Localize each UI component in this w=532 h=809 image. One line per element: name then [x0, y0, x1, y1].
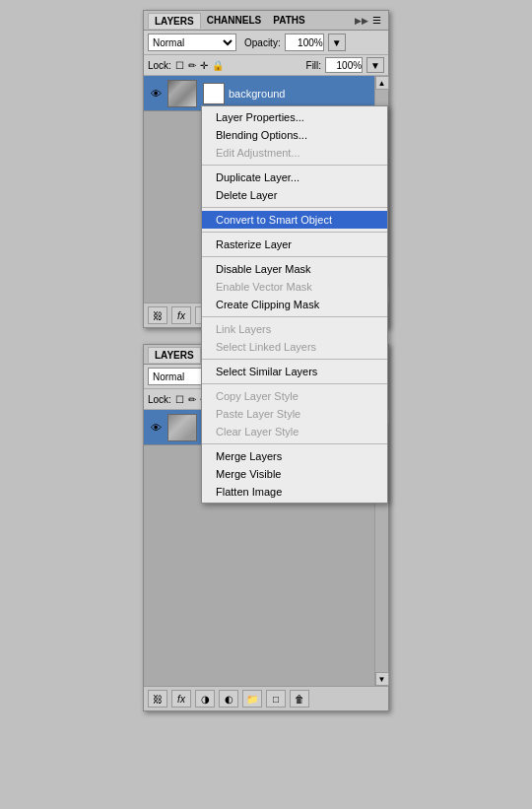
link-layers-btn-b[interactable]: ⛓	[148, 690, 167, 708]
opacity-label-top: Opacity:	[244, 37, 281, 48]
menu-separator	[202, 232, 387, 233]
menu-item-clear-style: Clear Layer Style	[202, 423, 387, 440]
menu-item-copy-style: Copy Layer Style	[202, 387, 387, 405]
fx-btn-b[interactable]: fx	[171, 690, 191, 708]
menu-item-flatten-image[interactable]: Flatten Image	[202, 483, 387, 501]
menu-item-merge-layers[interactable]: Merge Layers	[202, 447, 387, 465]
layer-thumbnail-b	[167, 414, 197, 441]
menu-separator	[202, 207, 387, 208]
new-layer-btn-b[interactable]: □	[266, 690, 286, 708]
visibility-icon[interactable]: 👁	[148, 86, 164, 101]
scroll-up-btn-top[interactable]: ▲	[375, 76, 389, 90]
lock-row-top: Lock: ☐ ✏ ✛ 🔒 Fill: ▼	[144, 55, 388, 76]
panel-arrows-top: ▶▶	[355, 16, 368, 26]
panel-tabs-top: LAYERS CHANNELS PATHS ▶▶ ☰	[144, 11, 388, 31]
menu-item-paste-style: Paste Layer Style	[202, 405, 387, 423]
menu-item-convert-smart[interactable]: Convert to Smart Object	[202, 211, 387, 229]
lock-move-icon[interactable]: ✛	[200, 60, 208, 71]
link-layers-btn[interactable]: ⛓	[148, 306, 167, 324]
tab-layers-top[interactable]: LAYERS	[148, 13, 201, 29]
menu-item-delete-layer[interactable]: Delete Layer	[202, 186, 387, 204]
lock-text-bottom: Lock:	[148, 394, 171, 405]
visibility-icon-b[interactable]: 👁	[148, 420, 164, 436]
lock-transparency-icon-b[interactable]: ☐	[175, 394, 184, 405]
fx-btn[interactable]: fx	[171, 306, 191, 324]
menu-item-merge-visible[interactable]: Merge Visible	[202, 465, 387, 483]
fill-arrow-top[interactable]: ▼	[366, 57, 384, 73]
menu-separator	[202, 256, 387, 257]
menu-item-select-similar[interactable]: Select Similar Layers	[202, 363, 387, 380]
group-btn-b[interactable]: 📁	[242, 690, 262, 708]
menu-item-enable-vector: Enable Vector Mask	[202, 278, 387, 296]
fill-input-top[interactable]	[325, 57, 363, 73]
tab-paths-top[interactable]: PATHS	[267, 13, 310, 28]
menu-separator	[202, 316, 387, 317]
layer-list-top: 👁 background Layer Properties...Blending…	[144, 76, 388, 303]
lock-text-top: Lock:	[148, 60, 171, 71]
adjustment-btn-b[interactable]: ◐	[219, 690, 238, 708]
opacity-input-top[interactable]	[285, 34, 324, 51]
menu-separator	[202, 165, 387, 166]
context-menu: Layer Properties...Blending Options...Ed…	[201, 105, 388, 504]
lock-all-icon[interactable]: 🔒	[212, 60, 224, 71]
blend-row-top: Normal Opacity: ▼	[144, 31, 388, 55]
menu-item-select-linked: Select Linked Layers	[202, 338, 387, 356]
menu-separator	[202, 443, 387, 444]
mask-btn-b[interactable]: ◑	[195, 690, 215, 708]
layer-thumbnail	[167, 80, 197, 107]
menu-item-layer-properties[interactable]: Layer Properties...	[202, 108, 387, 126]
lock-paint-icon-b[interactable]: ✏	[188, 394, 196, 405]
menu-separator	[202, 383, 387, 384]
menu-item-create-clipping[interactable]: Create Clipping Mask	[202, 296, 387, 313]
layer-name: background	[229, 88, 286, 100]
lock-transparency-icon[interactable]: ☐	[175, 60, 184, 71]
panel-menu-top[interactable]: ☰	[368, 13, 384, 29]
tab-channels-top[interactable]: CHANNELS	[201, 13, 268, 28]
menu-item-rasterize-layer[interactable]: Rasterize Layer	[202, 236, 387, 253]
blend-mode-select-top[interactable]: Normal	[148, 34, 236, 51]
delete-layer-btn-b[interactable]: 🗑	[290, 690, 309, 708]
menu-item-edit-adjustment: Edit Adjustment...	[202, 144, 387, 162]
layers-panel-top: LAYERS CHANNELS PATHS ▶▶ ☰ Normal Opacit…	[143, 10, 389, 328]
lock-paint-icon[interactable]: ✏	[188, 60, 196, 71]
menu-separator	[202, 359, 387, 360]
fill-label-top: Fill:	[306, 60, 322, 71]
tab-layers-bottom[interactable]: LAYERS	[148, 347, 201, 363]
scroll-down-btn-bottom[interactable]: ▼	[375, 672, 389, 686]
menu-item-blending-options[interactable]: Blending Options...	[202, 126, 387, 144]
bottom-toolbar-bottom: ⛓ fx ◑ ◐ 📁 □ 🗑	[144, 686, 388, 710]
opacity-arrow-top[interactable]: ▼	[328, 34, 346, 51]
menu-item-disable-mask[interactable]: Disable Layer Mask	[202, 260, 387, 278]
menu-item-link-layers: Link Layers	[202, 320, 387, 338]
layer-mask-thumbnail	[203, 83, 225, 104]
menu-item-duplicate-layer[interactable]: Duplicate Layer...	[202, 169, 387, 186]
